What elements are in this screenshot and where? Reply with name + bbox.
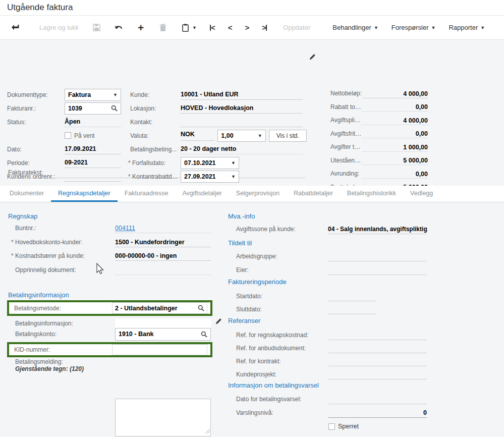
magnifier-icon[interactable] (111, 105, 118, 112)
on-hold-label: På vent (74, 132, 95, 139)
cash-discount-date-input[interactable]: 27.09.2021 ▼ (181, 171, 239, 183)
tab-regnskapsdetaljer[interactable]: Regnskapsdetaljer (51, 186, 118, 202)
undo-button[interactable] (114, 23, 123, 32)
on-hold-checkbox-row: På vent (65, 131, 121, 141)
tender-ref-label: Ref. for anbudsdokument: (236, 345, 328, 352)
batch-no-link[interactable]: 004111 (115, 225, 135, 232)
customer-input[interactable]: 10001 - Utland EUR (181, 90, 303, 100)
tab-avgiftsdetaljer[interactable]: Avgiftsdetaljer (176, 186, 229, 202)
dunning-section-header: Informasjon om betalingsvarsel (228, 381, 319, 389)
start-date-input[interactable] (328, 291, 376, 301)
vat-zone-input[interactable]: 04 - Salg innenlands, avgiftspliktig (328, 224, 427, 234)
next-record-icon: > (245, 23, 249, 32)
prev-record-button[interactable]: < (228, 23, 232, 32)
undo-icon (114, 23, 123, 32)
doc-type-select[interactable]: Faktura ▼ (65, 89, 121, 101)
blocked-checkbox[interactable] (328, 423, 335, 430)
doc-type-value: Faktura (68, 91, 91, 98)
payment-account-value: 1910 - Bank (119, 331, 153, 338)
magnifier-icon[interactable] (201, 331, 207, 338)
start-date-label: Startdato: (236, 293, 328, 300)
date-label: Dato: (7, 146, 65, 153)
behandlinger-menu-button[interactable]: Behandlinger ▼ (332, 24, 378, 31)
owner-label: Eier: (236, 266, 328, 274)
billing-period-section-header: Faktureringsperiode (228, 278, 287, 286)
period-input[interactable]: 09-2021 (65, 158, 121, 168)
first-record-button[interactable]: < (210, 23, 215, 32)
payment-info-edit-pencil-icon[interactable] (215, 318, 222, 325)
payment-info-label: Betalingsinformasjon: (15, 320, 115, 327)
chevron-down-icon: ▼ (431, 25, 435, 30)
last-record-button[interactable]: > (262, 23, 267, 32)
dunning-level-label: Varslingsnivå: (236, 409, 328, 416)
dunning-date-input[interactable] (328, 394, 427, 404)
payment-method-input[interactable]: 2 - Utlandsbetalinger (112, 302, 207, 314)
workgroup-input[interactable] (328, 251, 427, 261)
save-and-close-button[interactable]: Lagre og lukk (39, 24, 79, 31)
location-input[interactable]: HOVED - Hovedlokasjon (181, 103, 303, 114)
update-button[interactable]: Oppdater (283, 24, 310, 31)
magnifier-icon[interactable] (198, 305, 204, 311)
tender-ref-input[interactable] (328, 343, 427, 353)
tab-selgerprovisjon[interactable]: Selgerprovisjon (229, 186, 287, 202)
rapporter-menu-button[interactable]: Rapporter ▼ (449, 24, 485, 31)
contact-label: Kontakt: (130, 119, 181, 126)
status-value: Åpen (65, 118, 80, 125)
save-button[interactable] (92, 23, 101, 32)
date-input[interactable]: 17.09.2021 (65, 144, 121, 154)
currency-code-field[interactable]: NOK (181, 131, 214, 141)
subaccount-input[interactable]: 000-00000-00 - ingen (115, 251, 211, 261)
ar-account-input[interactable]: 1500 - Kundefordringer (115, 237, 211, 247)
end-date-input[interactable] (328, 304, 376, 314)
kid-number-label: KID-nummer: (14, 346, 112, 353)
summary-middle-column: Kunde: 10001 - Utland EUR Lokasjon: HOVE… (130, 88, 307, 183)
tab-fakturaadresse[interactable]: Fakturaadresse (118, 186, 176, 202)
view-in-base-button[interactable]: Vis i std. (269, 130, 307, 142)
currency-rate-select[interactable]: 1,00 ▼ (217, 130, 265, 142)
payment-method-highlight: Betalingsmetode: 2 - Utlandsbetalinger (7, 300, 212, 316)
invoice-no-label: Fakturanr.: (7, 105, 65, 112)
owner-input[interactable] (328, 265, 427, 275)
save-and-close-label: Lagre og lukk (39, 24, 79, 31)
foresporsler-menu-button[interactable]: Forespørsler ▼ (391, 24, 436, 31)
payment-info-field[interactable] (115, 319, 211, 328)
batch-no-field: 004111 (115, 223, 211, 233)
customer-project-input[interactable] (328, 369, 427, 379)
add-button[interactable]: + (136, 23, 145, 32)
ar-account-label: * Hovedbokskonto-kunder: (11, 239, 115, 246)
doc-type-label: Dokumenttype: (7, 91, 65, 98)
clipboard-icon (181, 23, 190, 32)
update-label: Oppdater (283, 24, 310, 31)
chevron-down-icon: ▼ (374, 25, 378, 30)
page-title: Utgående faktura (7, 3, 73, 13)
contact-input[interactable] (181, 117, 303, 127)
tab-dokumenter[interactable]: Dokumenter (3, 186, 51, 202)
location-label: Lokasjon: (130, 105, 181, 112)
due-date-input[interactable]: 07.10.2021 ▼ (181, 157, 239, 169)
status-value-field: Åpen (65, 117, 121, 127)
orig-doc-field (115, 265, 211, 275)
kid-number-input[interactable] (112, 344, 207, 355)
resize-handle-icon[interactable] (205, 426, 210, 435)
total-value: 0,00 (362, 129, 428, 138)
payment-account-input[interactable]: 1910 - Bank (115, 328, 211, 341)
contract-ref-input[interactable] (328, 356, 427, 366)
cash-discount-date-value: 27.09.2021 (184, 173, 216, 180)
invoice-no-input[interactable]: 1039 (65, 102, 121, 115)
cost-ref-input[interactable] (328, 330, 427, 340)
next-record-button[interactable]: > (245, 23, 249, 32)
tab-betalingshistorikk[interactable]: Betalingshistorikk (340, 186, 403, 202)
chevron-down-icon: ▼ (231, 174, 236, 179)
copy-paste-button[interactable]: ▼ (181, 23, 197, 32)
back-button[interactable] (10, 23, 19, 32)
customer-edit-pencil-icon[interactable] (309, 53, 316, 61)
chevron-down-icon: ▼ (113, 92, 118, 97)
delete-button[interactable] (158, 23, 167, 32)
tab-rabattdetaljer[interactable]: Rabattdetaljer (287, 186, 340, 202)
total-label: Utestående beløp: (330, 157, 362, 164)
tab-vedlegg[interactable]: Vedlegg (403, 186, 440, 202)
on-hold-checkbox[interactable] (65, 132, 71, 139)
total-value: 0,00 (362, 102, 428, 112)
first-record-icon: < (211, 23, 215, 32)
payment-message-textarea[interactable] (115, 399, 211, 436)
